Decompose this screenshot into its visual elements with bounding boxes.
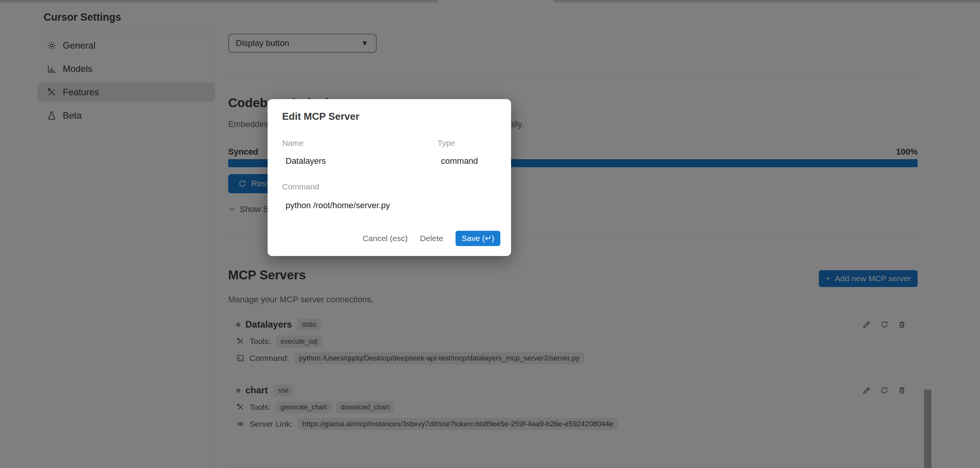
name-field[interactable]: Datalayers	[282, 156, 438, 166]
type-field-label: Type	[438, 139, 500, 148]
save-button[interactable]: Save (↵)	[456, 231, 500, 246]
modal-footer: Cancel (esc) Delete Save (↵)	[282, 231, 500, 246]
delete-button[interactable]: Delete	[420, 234, 443, 243]
cursor-settings-screen: Cursor Settings General Models Features	[0, 0, 980, 468]
command-field[interactable]: python /root/home/server.py	[282, 201, 500, 210]
edit-mcp-server-modal: Edit MCP Server Name Type Datalayers com…	[268, 99, 511, 256]
command-field-label: Command	[282, 182, 500, 191]
modal-field-labels: Name Type	[282, 139, 500, 148]
cancel-button[interactable]: Cancel (esc)	[363, 234, 408, 243]
modal-field-values: Datalayers command	[282, 148, 500, 166]
type-field[interactable]: command	[438, 156, 500, 166]
name-field-label: Name	[282, 139, 438, 148]
modal-title: Edit MCP Server	[282, 111, 500, 122]
